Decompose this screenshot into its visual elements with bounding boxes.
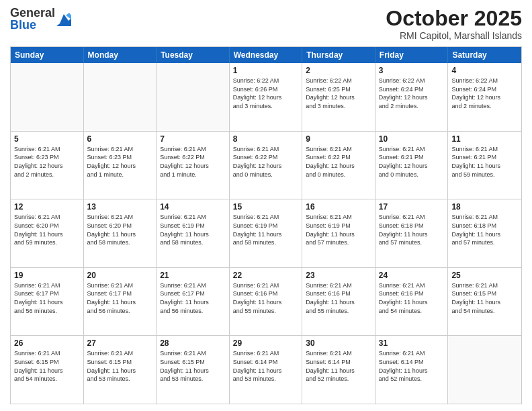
calendar-cell: 3Sunrise: 6:22 AMSunset: 6:24 PMDaylight… bbox=[375, 63, 449, 131]
day-number: 27 bbox=[87, 338, 153, 348]
calendar-cell: 16Sunrise: 6:21 AMSunset: 6:19 PMDayligh… bbox=[302, 199, 375, 267]
header-cell-sunday: Sunday bbox=[11, 47, 84, 63]
cell-info: Sunrise: 6:21 AMSunset: 6:22 PMDaylight:… bbox=[160, 145, 226, 179]
calendar-cell: 14Sunrise: 6:21 AMSunset: 6:19 PMDayligh… bbox=[157, 199, 230, 267]
cell-info: Sunrise: 6:21 AMSunset: 6:21 PMDaylight:… bbox=[451, 145, 518, 179]
calendar-cell: 28Sunrise: 6:21 AMSunset: 6:15 PMDayligh… bbox=[157, 336, 230, 404]
calendar: SundayMondayTuesdayWednesdayThursdayFrid… bbox=[10, 46, 522, 404]
calendar-cell: 24Sunrise: 6:21 AMSunset: 6:16 PMDayligh… bbox=[375, 268, 449, 336]
day-number: 16 bbox=[306, 202, 371, 212]
header-cell-tuesday: Tuesday bbox=[157, 47, 230, 63]
calendar-cell: 25Sunrise: 6:21 AMSunset: 6:15 PMDayligh… bbox=[448, 268, 521, 336]
cell-info: Sunrise: 6:21 AMSunset: 6:19 PMDaylight:… bbox=[233, 213, 299, 246]
calendar-cell: 30Sunrise: 6:21 AMSunset: 6:14 PMDayligh… bbox=[302, 336, 375, 404]
header-cell-monday: Monday bbox=[84, 47, 157, 63]
cell-info: Sunrise: 6:21 AMSunset: 6:16 PMDaylight:… bbox=[233, 281, 299, 315]
day-number: 2 bbox=[306, 66, 371, 75]
day-number: 7 bbox=[160, 134, 226, 144]
cell-info: Sunrise: 6:21 AMSunset: 6:19 PMDaylight:… bbox=[306, 213, 371, 246]
calendar-cell: 17Sunrise: 6:21 AMSunset: 6:18 PMDayligh… bbox=[375, 199, 449, 267]
day-number: 30 bbox=[306, 338, 371, 348]
calendar-cell: 10Sunrise: 6:21 AMSunset: 6:21 PMDayligh… bbox=[375, 132, 449, 199]
calendar-cell: 12Sunrise: 6:21 AMSunset: 6:20 PMDayligh… bbox=[11, 199, 84, 267]
calendar-cell bbox=[448, 336, 521, 404]
title-area: October 2025 RMI Capitol, Marshall Islan… bbox=[386, 7, 522, 41]
calendar-row-1: 5Sunrise: 6:21 AMSunset: 6:23 PMDaylight… bbox=[11, 131, 521, 199]
cell-info: Sunrise: 6:22 AMSunset: 6:24 PMDaylight:… bbox=[379, 77, 445, 110]
header-cell-saturday: Saturday bbox=[448, 47, 521, 63]
subtitle: RMI Capitol, Marshall Islands bbox=[386, 30, 522, 41]
day-number: 31 bbox=[379, 338, 445, 348]
logo: General Blue bbox=[10, 7, 71, 31]
cell-info: Sunrise: 6:21 AMSunset: 6:16 PMDaylight:… bbox=[306, 281, 371, 315]
cell-info: Sunrise: 6:21 AMSunset: 6:20 PMDaylight:… bbox=[87, 213, 153, 246]
logo-general: General bbox=[10, 7, 55, 19]
calendar-row-0: 1Sunrise: 6:22 AMSunset: 6:26 PMDaylight… bbox=[11, 63, 521, 131]
calendar-cell: 2Sunrise: 6:22 AMSunset: 6:25 PMDaylight… bbox=[302, 63, 375, 131]
calendar-cell: 22Sunrise: 6:21 AMSunset: 6:16 PMDayligh… bbox=[230, 268, 303, 336]
calendar-cell: 26Sunrise: 6:21 AMSunset: 6:15 PMDayligh… bbox=[11, 336, 84, 404]
day-number: 25 bbox=[451, 271, 518, 280]
day-number: 9 bbox=[306, 134, 371, 144]
cell-info: Sunrise: 6:21 AMSunset: 6:15 PMDaylight:… bbox=[87, 349, 153, 383]
cell-info: Sunrise: 6:21 AMSunset: 6:19 PMDaylight:… bbox=[160, 213, 226, 246]
day-number: 26 bbox=[14, 338, 80, 348]
calendar-cell: 7Sunrise: 6:21 AMSunset: 6:22 PMDaylight… bbox=[157, 132, 230, 199]
cell-info: Sunrise: 6:21 AMSunset: 6:16 PMDaylight:… bbox=[379, 281, 445, 315]
cell-info: Sunrise: 6:22 AMSunset: 6:25 PMDaylight:… bbox=[306, 77, 371, 110]
day-number: 12 bbox=[14, 202, 80, 212]
cell-info: Sunrise: 6:21 AMSunset: 6:20 PMDaylight:… bbox=[14, 213, 80, 246]
calendar-cell: 20Sunrise: 6:21 AMSunset: 6:17 PMDayligh… bbox=[84, 268, 157, 336]
cell-info: Sunrise: 6:21 AMSunset: 6:17 PMDaylight:… bbox=[160, 281, 226, 315]
header-cell-thursday: Thursday bbox=[302, 47, 375, 63]
calendar-cell: 21Sunrise: 6:21 AMSunset: 6:17 PMDayligh… bbox=[157, 268, 230, 336]
cell-info: Sunrise: 6:21 AMSunset: 6:15 PMDaylight:… bbox=[451, 281, 518, 315]
calendar-cell: 8Sunrise: 6:21 AMSunset: 6:22 PMDaylight… bbox=[230, 132, 303, 199]
calendar-cell: 19Sunrise: 6:21 AMSunset: 6:17 PMDayligh… bbox=[11, 268, 84, 336]
cell-info: Sunrise: 6:22 AMSunset: 6:26 PMDaylight:… bbox=[233, 77, 299, 110]
calendar-cell bbox=[11, 63, 84, 131]
calendar-cell: 1Sunrise: 6:22 AMSunset: 6:26 PMDaylight… bbox=[230, 63, 303, 131]
cell-info: Sunrise: 6:21 AMSunset: 6:23 PMDaylight:… bbox=[87, 145, 153, 179]
day-number: 4 bbox=[451, 66, 518, 75]
cell-info: Sunrise: 6:21 AMSunset: 6:18 PMDaylight:… bbox=[379, 213, 445, 246]
calendar-cell: 23Sunrise: 6:21 AMSunset: 6:16 PMDayligh… bbox=[302, 268, 375, 336]
day-number: 6 bbox=[87, 134, 153, 144]
calendar-cell: 15Sunrise: 6:21 AMSunset: 6:19 PMDayligh… bbox=[230, 199, 303, 267]
day-number: 15 bbox=[233, 202, 299, 212]
day-number: 1 bbox=[233, 66, 299, 75]
cell-info: Sunrise: 6:21 AMSunset: 6:14 PMDaylight:… bbox=[306, 349, 371, 383]
calendar-cell bbox=[157, 63, 230, 131]
page: General Blue October 2025 RMI Capitol, M… bbox=[0, 0, 532, 411]
calendar-cell: 31Sunrise: 6:21 AMSunset: 6:14 PMDayligh… bbox=[375, 336, 449, 404]
day-number: 14 bbox=[160, 202, 226, 212]
cell-info: Sunrise: 6:21 AMSunset: 6:15 PMDaylight:… bbox=[160, 349, 226, 383]
calendar-cell: 5Sunrise: 6:21 AMSunset: 6:23 PMDaylight… bbox=[11, 132, 84, 199]
logo-icon bbox=[56, 11, 71, 26]
cell-info: Sunrise: 6:22 AMSunset: 6:24 PMDaylight:… bbox=[451, 77, 518, 110]
day-number: 28 bbox=[160, 338, 226, 348]
calendar-cell: 18Sunrise: 6:21 AMSunset: 6:18 PMDayligh… bbox=[448, 199, 521, 267]
day-number: 21 bbox=[160, 271, 226, 280]
calendar-cell bbox=[84, 63, 157, 131]
cell-info: Sunrise: 6:21 AMSunset: 6:18 PMDaylight:… bbox=[451, 213, 518, 246]
calendar-cell: 9Sunrise: 6:21 AMSunset: 6:22 PMDaylight… bbox=[302, 132, 375, 199]
day-number: 19 bbox=[14, 271, 80, 280]
day-number: 8 bbox=[233, 134, 299, 144]
calendar-cell: 29Sunrise: 6:21 AMSunset: 6:14 PMDayligh… bbox=[230, 336, 303, 404]
day-number: 11 bbox=[451, 134, 518, 144]
day-number: 3 bbox=[379, 66, 445, 75]
calendar-cell: 11Sunrise: 6:21 AMSunset: 6:21 PMDayligh… bbox=[448, 132, 521, 199]
cell-info: Sunrise: 6:21 AMSunset: 6:22 PMDaylight:… bbox=[306, 145, 371, 179]
header-cell-wednesday: Wednesday bbox=[230, 47, 303, 63]
cell-info: Sunrise: 6:21 AMSunset: 6:23 PMDaylight:… bbox=[14, 145, 80, 179]
header-cell-friday: Friday bbox=[375, 47, 449, 63]
day-number: 5 bbox=[14, 134, 80, 144]
day-number: 24 bbox=[379, 271, 445, 280]
day-number: 22 bbox=[233, 271, 299, 280]
calendar-cell: 13Sunrise: 6:21 AMSunset: 6:20 PMDayligh… bbox=[84, 199, 157, 267]
calendar-row-3: 19Sunrise: 6:21 AMSunset: 6:17 PMDayligh… bbox=[11, 267, 521, 336]
day-number: 20 bbox=[87, 271, 153, 280]
cell-info: Sunrise: 6:21 AMSunset: 6:15 PMDaylight:… bbox=[14, 349, 80, 383]
logo-blue: Blue bbox=[10, 19, 55, 31]
